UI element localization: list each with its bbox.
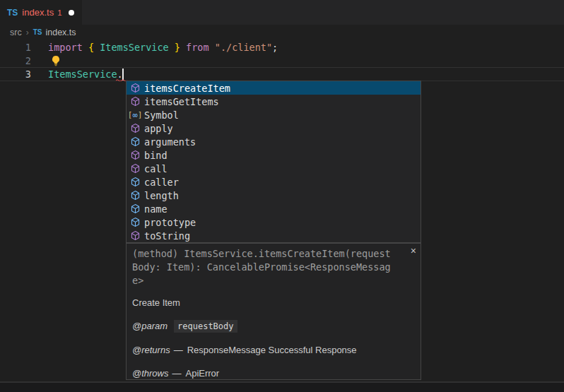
- suggestion-item[interactable]: [∞] toString: [127, 229, 421, 242]
- param-tag: @param: [132, 321, 168, 332]
- suggestion-item[interactable]: [∞] bind: [127, 148, 421, 162]
- code-line[interactable]: 2: [0, 54, 564, 68]
- symbol-kind-icon: [129, 163, 141, 174]
- symbol-kind-icon: [129, 136, 141, 148]
- suggestion-label: bind: [144, 150, 168, 161]
- typescript-file-icon: TS: [33, 28, 42, 36]
- symbol-kind-icon: [129, 203, 141, 215]
- doc-throws-row: @throws — ApiError: [132, 368, 415, 379]
- method-signature: (method) ItemsService.itemsCreateItem(re…: [132, 247, 392, 287]
- suggestion-label: Symbol: [144, 109, 179, 121]
- line-number: 2: [0, 54, 31, 68]
- suggestion-label: call: [144, 163, 168, 174]
- breadcrumb: src › TS index.ts: [0, 25, 564, 40]
- suggestion-item[interactable]: [∞] itemsGetItems: [127, 95, 421, 108]
- param-code-chip: requestBody: [174, 320, 237, 333]
- code-text[interactable]: import { ItemsService } from "./client";: [48, 41, 278, 54]
- close-icon[interactable]: ×: [411, 246, 416, 256]
- suggestion-label: name: [144, 203, 168, 215]
- suggestion-item[interactable]: [∞] itemsCreateItem: [127, 81, 421, 95]
- code-text[interactable]: ItemsService.: [48, 68, 123, 81]
- breadcrumb-item-src[interactable]: src: [10, 28, 22, 37]
- throws-tag: @throws: [132, 368, 169, 379]
- breadcrumb-item-file[interactable]: index.ts: [45, 28, 76, 37]
- dash-separator: —: [172, 368, 182, 379]
- symbol-kind-icon: [129, 177, 141, 188]
- code-line[interactable]: 1 import { ItemsService } from "./client…: [0, 41, 564, 54]
- tab-title: index.ts: [22, 7, 54, 18]
- bottom-panel: [0, 383, 564, 392]
- symbol-kind-icon: [129, 96, 141, 107]
- symbol-variable-icon: [∞]: [129, 109, 141, 121]
- suggestion-label: toString: [144, 230, 190, 242]
- code-line[interactable]: 3 ItemsService.: [0, 68, 564, 81]
- line-number: 1: [0, 41, 31, 54]
- suggestion-label: itemsGetItems: [144, 96, 219, 107]
- returns-text: ResponseMessage Successful Response: [187, 345, 357, 356]
- suggestion-item[interactable]: [∞] Symbol: [127, 108, 421, 121]
- problems-count-badge: 1: [57, 8, 61, 17]
- suggestion-item[interactable]: [∞] caller: [127, 175, 421, 189]
- suggestion-label: arguments: [144, 136, 196, 148]
- suggest-docs-panel: × (method) ItemsService.itemsCreateItem(…: [126, 243, 421, 380]
- suggestion-item[interactable]: [∞] call: [127, 162, 421, 175]
- symbol-kind-icon: [129, 123, 141, 134]
- doc-returns-row: @returns — ResponseMessage Successful Re…: [132, 345, 415, 356]
- symbol-kind-icon: [129, 230, 141, 242]
- dash-separator: —: [174, 345, 183, 356]
- suggestion-item[interactable]: [∞] arguments: [127, 135, 421, 148]
- suggestion-list[interactable]: [∞] itemsCreateItem [∞] itemsGetItems [∞…: [126, 81, 421, 243]
- doc-description: Create Item: [132, 297, 415, 308]
- suggestion-item[interactable]: [∞] name: [127, 202, 421, 215]
- suggestion-label: length: [144, 190, 179, 201]
- doc-param-row: @param requestBody: [132, 320, 415, 333]
- suggestion-item[interactable]: [∞] apply: [127, 121, 421, 135]
- suggest-widget: [∞] itemsCreateItem [∞] itemsGetItems [∞…: [126, 81, 421, 243]
- symbol-kind-icon: [129, 83, 141, 94]
- line-number: 3: [0, 68, 31, 81]
- chevron-right-icon: ›: [26, 28, 29, 37]
- vscode-window: TS index.ts 1 src › TS index.ts 1 import…: [0, 0, 564, 392]
- suggestion-label: caller: [144, 177, 179, 188]
- typescript-file-icon: TS: [7, 8, 18, 18]
- tab-index-ts[interactable]: TS index.ts 1: [0, 0, 82, 25]
- suggestion-label: apply: [144, 123, 173, 134]
- suggestion-label: prototype: [144, 217, 196, 228]
- throws-text: ApiError: [186, 368, 220, 379]
- symbol-kind-icon: [129, 190, 141, 201]
- tab-bar: TS index.ts 1: [0, 0, 564, 25]
- returns-tag: @returns: [132, 345, 170, 356]
- symbol-kind-icon: [129, 217, 141, 228]
- unsaved-dot-icon[interactable]: [69, 10, 74, 16]
- symbol-kind-icon: [129, 150, 141, 161]
- lightbulb-icon[interactable]: [50, 55, 61, 66]
- suggestion-label: itemsCreateItem: [144, 83, 230, 94]
- suggestion-item[interactable]: [∞] prototype: [127, 215, 421, 229]
- suggestion-item[interactable]: [∞] length: [127, 189, 421, 202]
